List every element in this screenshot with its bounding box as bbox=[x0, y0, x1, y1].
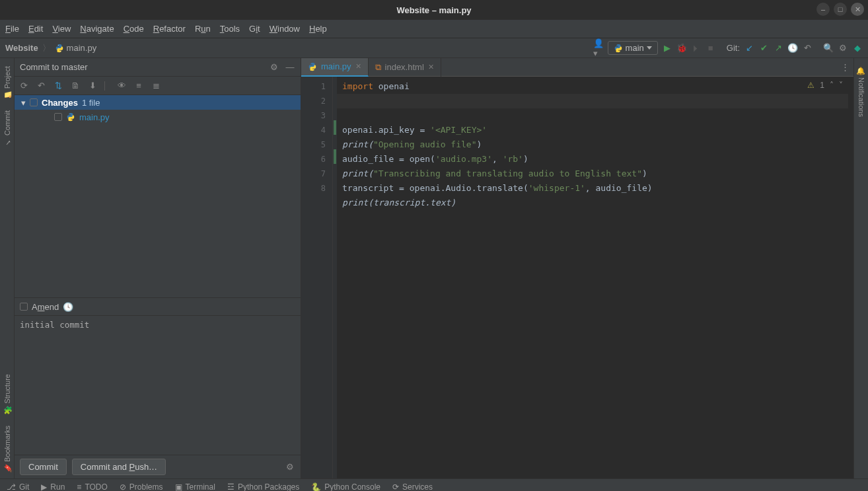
git-history-icon[interactable]: 🕓 bbox=[787, 43, 798, 54]
minimize-button[interactable]: – bbox=[816, 3, 830, 16]
svg-point-0 bbox=[57, 44, 58, 45]
expand-icon[interactable]: ≣ bbox=[151, 81, 161, 91]
commit-message-input[interactable]: initial commit bbox=[15, 316, 301, 455]
left-tool-strip: 📁 Project ✓ Commit 🧩 Structure 🔖 Bookmar… bbox=[0, 58, 15, 478]
menu-edit[interactable]: Edit bbox=[28, 24, 43, 34]
commit-panel-title: Commit to master bbox=[20, 62, 88, 72]
run-config-select[interactable]: main bbox=[608, 41, 658, 55]
tool-run[interactable]: ▶ Run bbox=[41, 482, 65, 492]
commit-options-icon[interactable]: ⚙ bbox=[285, 462, 295, 472]
menu-navigate[interactable]: Navigate bbox=[80, 24, 114, 34]
checkbox-icon[interactable] bbox=[30, 98, 38, 106]
menu-file[interactable]: File bbox=[5, 24, 19, 34]
rollback-icon[interactable]: ↶ bbox=[36, 81, 46, 91]
python-file-icon bbox=[308, 62, 317, 71]
run-button[interactable]: ▶ bbox=[662, 43, 672, 54]
tool-commit[interactable]: ✓ Commit bbox=[1, 105, 13, 152]
panel-options-icon[interactable]: ⚙ bbox=[269, 62, 279, 73]
git-label: Git: bbox=[727, 43, 740, 53]
bottom-tool-bar: ⎇ Git ▶ Run ≡ TODO ⊘ Problems ▣ Terminal… bbox=[0, 478, 868, 491]
close-tab-icon[interactable]: ✕ bbox=[355, 62, 361, 71]
warning-icon: ⚠ bbox=[807, 81, 814, 90]
commit-toolbar: ⟳ ↶ ⇅ 🗎 ⬇ 👁 ≡ ≣ bbox=[15, 77, 301, 95]
menu-bar: File Edit View Navigate Code Refactor Ru… bbox=[0, 20, 868, 38]
tool-project[interactable]: 📁 Project bbox=[1, 61, 13, 105]
group-icon[interactable]: ≡ bbox=[133, 81, 144, 91]
menu-refactor[interactable]: Refactor bbox=[153, 24, 186, 34]
tool-bookmarks[interactable]: 🔖 Bookmarks bbox=[1, 420, 13, 478]
git-pull-icon[interactable]: ↙ bbox=[744, 43, 754, 54]
editor-more-icon[interactable]: ⋮ bbox=[841, 62, 850, 72]
git-push-icon[interactable]: ↗ bbox=[773, 43, 783, 54]
tool-git[interactable]: ⎇ Git bbox=[7, 482, 29, 492]
amend-row: Amend 🕓 bbox=[15, 297, 301, 316]
tool-python-console[interactable]: 🐍 Python Console bbox=[311, 482, 380, 492]
tab-main-py[interactable]: main.py ✕ bbox=[301, 58, 369, 77]
changes-label: Changes bbox=[42, 98, 78, 108]
python-file-icon bbox=[55, 44, 64, 53]
shelve-icon[interactable]: ⬇ bbox=[87, 81, 98, 91]
code-with-me-icon[interactable]: ◆ bbox=[852, 43, 863, 54]
coverage-button: ⏵ bbox=[691, 43, 702, 54]
inspection-widget[interactable]: ⚠ 1 ˄ ˅ bbox=[807, 81, 843, 90]
commit-and-push-button[interactable]: Commit and Push… bbox=[72, 459, 166, 475]
changes-count: 1 file bbox=[82, 98, 100, 108]
python-icon bbox=[614, 44, 623, 53]
git-rollback-icon[interactable]: ↶ bbox=[802, 43, 813, 54]
code-editor[interactable]: import openai openai.api_key = '<API_KEY… bbox=[337, 77, 853, 478]
commit-button[interactable]: Commit bbox=[20, 459, 67, 475]
tool-terminal[interactable]: ▣ Terminal bbox=[175, 482, 215, 492]
debug-button[interactable]: 🐞 bbox=[676, 43, 687, 54]
prev-highlight-icon[interactable]: ˄ bbox=[830, 81, 834, 90]
line-number-gutter: 12345678 bbox=[301, 77, 333, 478]
menu-run[interactable]: Run bbox=[195, 24, 211, 34]
tool-notifications[interactable]: 🔔 Notifications bbox=[855, 61, 867, 122]
breadcrumb-file[interactable]: main.py bbox=[55, 43, 97, 53]
dropdown-icon bbox=[647, 46, 652, 50]
settings-icon[interactable]: ⚙ bbox=[838, 43, 848, 54]
menu-view[interactable]: View bbox=[52, 24, 71, 34]
tool-structure[interactable]: 🧩 Structure bbox=[1, 369, 13, 420]
menu-help[interactable]: Help bbox=[309, 24, 327, 34]
main-area: 📁 Project ✓ Commit 🧩 Structure 🔖 Bookmar… bbox=[0, 58, 868, 478]
amend-label: Amend bbox=[32, 302, 59, 312]
commit-panel: Commit to master ⚙ — ⟳ ↶ ⇅ 🗎 ⬇ 👁 ≡ ≣ ▾ C… bbox=[15, 58, 301, 478]
menu-window[interactable]: Window bbox=[270, 24, 300, 34]
stop-button: ■ bbox=[705, 43, 716, 54]
git-commit-icon[interactable]: ✔ bbox=[758, 43, 769, 54]
history-icon[interactable]: 🕓 bbox=[63, 301, 73, 312]
menu-git[interactable]: Git bbox=[249, 24, 260, 34]
html-file-icon: ⧉ bbox=[375, 62, 381, 73]
breadcrumb-sep: 〉 bbox=[42, 42, 51, 54]
maximize-button[interactable]: □ bbox=[834, 3, 847, 16]
menu-code[interactable]: Code bbox=[124, 24, 144, 34]
tool-todo[interactable]: ≡ TODO bbox=[77, 482, 107, 492]
editor-tabs: main.py ✕ ⧉ index.html ✕ ⋮ bbox=[301, 58, 853, 77]
search-icon[interactable]: 🔍 bbox=[823, 43, 834, 54]
breadcrumb-project[interactable]: Website bbox=[5, 43, 38, 53]
python-file-icon bbox=[66, 112, 75, 122]
run-config-label: main bbox=[626, 43, 644, 53]
tool-python-packages[interactable]: ☲ Python Packages bbox=[227, 482, 299, 492]
panel-hide-icon[interactable]: — bbox=[285, 62, 295, 73]
changes-node[interactable]: ▾ Changes 1 file bbox=[15, 95, 301, 110]
window-titlebar: Website – main.py – □ ✕ bbox=[0, 0, 868, 20]
menu-tools[interactable]: Tools bbox=[220, 24, 240, 34]
diff-icon[interactable]: ⇅ bbox=[53, 81, 63, 91]
show-icon[interactable]: 👁 bbox=[116, 81, 127, 91]
window-title: Website – main.py bbox=[396, 5, 471, 15]
tool-problems[interactable]: ⊘ Problems bbox=[120, 482, 163, 492]
amend-checkbox[interactable] bbox=[20, 303, 28, 311]
tool-services[interactable]: ⟳ Services bbox=[392, 482, 433, 492]
editor-area: main.py ✕ ⧉ index.html ✕ ⋮ 12345678 impo… bbox=[301, 58, 853, 478]
next-highlight-icon[interactable]: ˅ bbox=[839, 81, 843, 90]
changelist-icon[interactable]: 🗎 bbox=[70, 81, 81, 91]
right-tool-strip: 🔔 Notifications bbox=[853, 58, 868, 478]
tab-index-html[interactable]: ⧉ index.html ✕ bbox=[369, 58, 441, 77]
close-button[interactable]: ✕ bbox=[851, 3, 864, 16]
changed-file[interactable]: main.py bbox=[15, 110, 301, 124]
user-icon[interactable]: 👤▾ bbox=[593, 43, 604, 54]
refresh-icon[interactable]: ⟳ bbox=[18, 81, 29, 91]
close-tab-icon[interactable]: ✕ bbox=[428, 63, 434, 71]
file-checkbox[interactable] bbox=[54, 113, 62, 121]
